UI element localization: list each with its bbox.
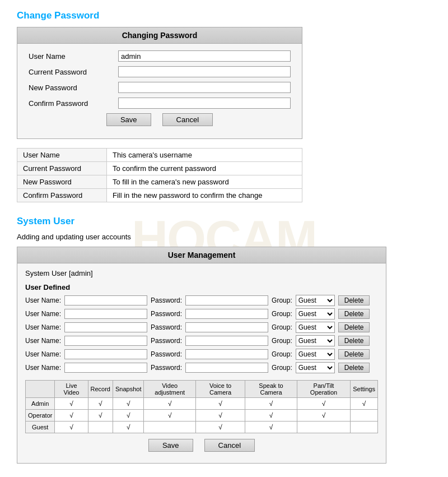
um-save-button[interactable]: Save <box>148 439 193 452</box>
user-name-input-5[interactable] <box>64 349 147 359</box>
change-password-title: Change Password <box>17 10 431 21</box>
delete-btn-6[interactable]: Delete <box>338 363 370 373</box>
group-label-1: Group: <box>272 297 292 304</box>
user-defined-title: User Defined <box>25 283 378 291</box>
perm-operator-voice-cam: √ <box>195 410 245 422</box>
new-password-label: New Password <box>29 84 118 92</box>
perm-role-guest: Guest <box>26 422 55 433</box>
desc-text-new: To fill in the camera's new password <box>107 175 302 189</box>
confirm-password-input[interactable] <box>118 98 291 109</box>
desc-row-new: New Password To fill in the camera's new… <box>17 175 302 189</box>
username-label-3: User Name: <box>25 323 61 331</box>
perm-guest-live: √ <box>55 422 88 433</box>
password-label-1: Password: <box>151 297 182 304</box>
password-label-2: Password: <box>151 310 182 318</box>
system-user-title: System User <box>17 216 431 227</box>
perm-row-admin: Admin √ √ √ √ √ √ √ √ <box>26 398 378 410</box>
group-select-2[interactable]: GuestOperatorAdmin <box>296 308 335 319</box>
password-label-4: Password: <box>151 337 182 345</box>
perm-header-voice-cam: Voice to Camera <box>195 381 245 398</box>
group-select-3[interactable]: GuestOperatorAdmin <box>296 322 335 333</box>
perm-guest-snapshot: √ <box>113 422 144 433</box>
password-input-4[interactable] <box>185 336 268 346</box>
perm-row-operator: Operator √ √ √ √ √ √ √ <box>26 410 378 422</box>
perm-guest-video-adj <box>144 422 195 433</box>
password-label-5: Password: <box>151 350 182 358</box>
perm-header-role <box>26 381 55 398</box>
new-password-row: New Password <box>29 82 291 93</box>
desc-row-current: Current Password To confirm the current … <box>17 162 302 175</box>
perm-header-pantilt: Pan/Tilt Operation <box>297 381 350 398</box>
user-management-header: User Management <box>17 247 386 263</box>
perm-operator-speak-cam: √ <box>245 410 297 422</box>
user-defined-row-6: User Name: Password: Group: GuestOperato… <box>25 362 378 373</box>
confirm-password-label: Confirm Password <box>29 99 118 108</box>
group-select-6[interactable]: GuestOperatorAdmin <box>296 362 335 373</box>
perm-admin-voice-cam: √ <box>195 398 245 410</box>
password-input-5[interactable] <box>185 349 268 359</box>
description-table: User Name This camera's username Current… <box>17 148 302 202</box>
group-select-1[interactable]: GuestOperatorAdmin <box>296 295 335 306</box>
perm-guest-record <box>88 422 113 433</box>
delete-btn-3[interactable]: Delete <box>338 322 370 332</box>
password-box: Changing Password User Name Current Pass… <box>17 27 302 139</box>
perm-header-speak-cam: Speak to Camera <box>245 381 297 398</box>
user-name-input-1[interactable] <box>64 295 147 305</box>
username-label-1: User Name: <box>25 297 61 304</box>
perm-row-guest: Guest √ √ √ √ <box>26 422 378 433</box>
username-label-5: User Name: <box>25 350 61 358</box>
perm-operator-snapshot: √ <box>113 410 144 422</box>
perm-header-live-video: Live Video <box>55 381 88 398</box>
desc-field-new: New Password <box>17 175 107 189</box>
desc-row-username: User Name This camera's username <box>17 149 302 162</box>
system-user-subtitle: Adding and updating user accounts <box>17 233 431 241</box>
perm-guest-pantilt <box>297 422 350 433</box>
desc-text-current: To confirm the current password <box>107 162 302 175</box>
delete-btn-1[interactable]: Delete <box>338 295 370 305</box>
password-input-6[interactable] <box>185 363 268 373</box>
group-label-6: Group: <box>272 364 292 372</box>
new-password-input[interactable] <box>118 82 291 93</box>
password-input-2[interactable] <box>185 309 268 319</box>
delete-btn-2[interactable]: Delete <box>338 309 370 319</box>
desc-text-confirm: Fill in the new password to confirm the … <box>107 189 302 202</box>
group-label-5: Group: <box>272 350 292 358</box>
perm-header-record: Record <box>88 381 113 398</box>
user-name-input-3[interactable] <box>64 322 147 332</box>
group-select-5[interactable]: GuestOperatorAdmin <box>296 349 335 360</box>
group-label-3: Group: <box>272 323 292 331</box>
desc-field-confirm: Confirm Password <box>17 189 107 202</box>
username-label-6: User Name: <box>25 364 61 372</box>
perm-operator-live: √ <box>55 410 88 422</box>
password-input-3[interactable] <box>185 322 268 332</box>
perm-admin-settings: √ <box>351 398 378 410</box>
user-defined-row-3: User Name: Password: Group: GuestOperato… <box>25 322 378 333</box>
username-label-2: User Name: <box>25 310 61 318</box>
perm-operator-settings <box>351 410 378 422</box>
user-management-box: User Management System User [admin] User… <box>17 247 386 464</box>
desc-field-current: Current Password <box>17 162 107 175</box>
user-defined-row-5: User Name: Password: Group: GuestOperato… <box>25 349 378 360</box>
current-password-label: Current Password <box>29 68 118 76</box>
password-input-1[interactable] <box>185 295 268 305</box>
user-name-input-4[interactable] <box>64 336 147 346</box>
perm-guest-speak-cam: √ <box>245 422 297 433</box>
delete-btn-4[interactable]: Delete <box>338 336 370 346</box>
username-row: User Name <box>29 50 291 62</box>
user-defined-row-1: User Name: Password: Group: GuestOperato… <box>25 295 378 306</box>
delete-btn-5[interactable]: Delete <box>338 349 370 359</box>
perm-admin-snapshot: √ <box>113 398 144 410</box>
current-password-input[interactable] <box>118 66 291 77</box>
username-input[interactable] <box>118 50 291 62</box>
cancel-button[interactable]: Cancel <box>162 113 213 126</box>
save-button[interactable]: Save <box>106 113 151 126</box>
current-password-row: Current Password <box>29 66 291 77</box>
user-name-input-6[interactable] <box>64 363 147 373</box>
perm-guest-voice-cam: √ <box>195 422 245 433</box>
perm-header-settings: Settings <box>351 381 378 398</box>
group-select-4[interactable]: GuestOperatorAdmin <box>296 335 335 346</box>
um-cancel-button[interactable]: Cancel <box>204 439 255 452</box>
user-name-input-2[interactable] <box>64 309 147 319</box>
confirm-password-row: Confirm Password <box>29 98 291 109</box>
perm-admin-pantilt: √ <box>297 398 350 410</box>
